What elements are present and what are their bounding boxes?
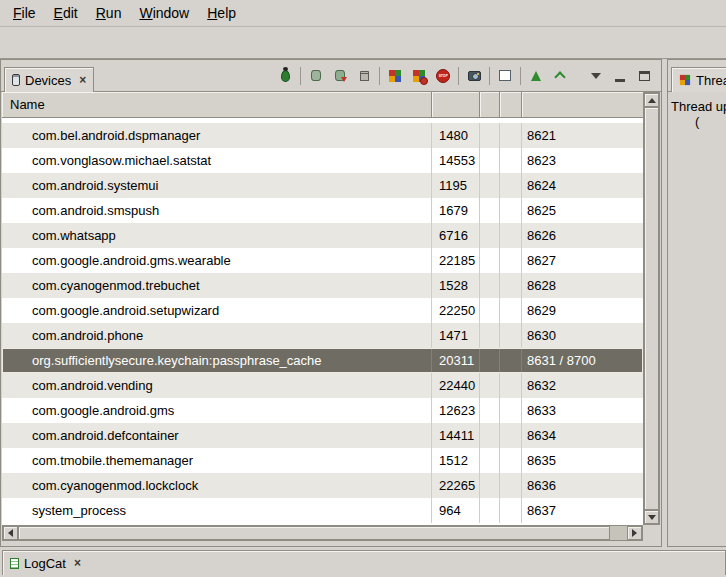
process-name-cell: com.tmobile.thememanager (2, 448, 432, 473)
pid-cell: 1679 (432, 198, 480, 223)
threads-message-line1: Thread up (671, 99, 726, 114)
port-cell: 8629 (522, 298, 643, 323)
stop-process-icon[interactable]: STOP (431, 65, 455, 87)
view-hierarchy-icon[interactable] (524, 65, 548, 87)
vertical-scrollbar[interactable] (643, 92, 660, 525)
status-cell (500, 498, 522, 523)
status-cell (480, 348, 500, 373)
process-name-cell: com.google.android.gms (2, 398, 432, 423)
process-row[interactable]: com.whatsapp67168626 (2, 223, 643, 248)
scroll-right-button[interactable] (627, 526, 642, 540)
view-menu-icon[interactable] (584, 65, 608, 87)
process-row[interactable]: com.cyanogenmod.trebuchet15288628 (2, 273, 643, 298)
table-header: Name (2, 92, 643, 118)
scroll-up-button[interactable] (644, 93, 659, 107)
pid-cell: 1512 (432, 448, 480, 473)
scroll-down-button[interactable] (644, 510, 659, 524)
screen-capture-icon[interactable] (462, 65, 486, 87)
menu-run[interactable]: Run (87, 2, 131, 24)
maximize-icon[interactable] (632, 65, 656, 87)
pid-cell: 22440 (432, 373, 480, 398)
process-name-cell: com.whatsapp (2, 223, 432, 248)
port-cell: 8634 (522, 423, 643, 448)
main-toolbar (0, 26, 726, 59)
process-row[interactable]: com.vonglasow.michael.satstat145538623 (2, 148, 643, 173)
scroll-left-button[interactable] (3, 526, 18, 540)
process-row[interactable]: com.android.smspush16798625 (2, 198, 643, 223)
column-header-name[interactable]: Name (2, 92, 432, 117)
debug-process-icon[interactable] (273, 65, 297, 87)
vertical-scroll-thumb[interactable] (644, 107, 659, 510)
pid-cell: 1195 (432, 173, 480, 198)
process-row[interactable]: com.cyanogenmod.lockclock222658636 (2, 473, 643, 498)
threads-message-line2: ( (671, 114, 726, 129)
system-info-icon[interactable] (493, 65, 517, 87)
devices-view: Devices × STOP (0, 59, 662, 547)
process-name-cell: com.android.defcontainer (2, 423, 432, 448)
devices-tabbar: Devices × STOP (1, 60, 661, 92)
status-cell (500, 148, 522, 173)
port-cell: 8624 (522, 173, 643, 198)
column-header-col3[interactable] (500, 92, 522, 117)
up-arrow-icon (648, 98, 656, 103)
status-cell (500, 373, 522, 398)
process-row[interactable]: com.android.vending224408632 (2, 373, 643, 398)
pid-cell: 964 (432, 498, 480, 523)
method-profiling-icon[interactable] (407, 65, 431, 87)
toolbar-separator (458, 67, 459, 85)
status-cell (500, 298, 522, 323)
process-row[interactable]: com.google.android.gms126238633 (2, 398, 643, 423)
device-table-content: Name com.bel.android.dspmanager14808621c… (2, 92, 643, 525)
column-header-col1[interactable] (432, 92, 480, 117)
update-heap-icon[interactable] (304, 65, 328, 87)
column-header-col2[interactable] (480, 92, 500, 117)
device-table: Name com.bel.android.dspmanager14808621c… (2, 92, 660, 545)
status-cell (500, 173, 522, 198)
process-row[interactable]: com.android.phone14718630 (2, 323, 643, 348)
close-icon[interactable]: × (79, 73, 86, 87)
devices-toolbar: STOP (273, 60, 661, 91)
port-cell: 8628 (522, 273, 643, 298)
process-name-cell: com.bel.android.dspmanager (2, 123, 432, 148)
process-row-selected[interactable]: org.sufficientlysecure.keychain:passphra… (2, 348, 643, 373)
update-threads-icon[interactable] (383, 65, 407, 87)
pid-cell: 20311 (432, 348, 480, 373)
menu-file[interactable]: File (4, 2, 45, 24)
ui-automator-icon[interactable] (548, 65, 572, 87)
process-row[interactable]: com.android.defcontainer144118634 (2, 423, 643, 448)
scrollbar-corner (643, 525, 660, 541)
process-row[interactable]: com.google.android.setupwizard222508629 (2, 298, 643, 323)
process-row[interactable]: com.android.systemui11958624 (2, 173, 643, 198)
minimize-icon[interactable] (608, 65, 632, 87)
pid-cell: 22185 (432, 248, 480, 273)
process-row[interactable]: system_process9648637 (2, 498, 643, 523)
port-cell: 8630 (522, 323, 643, 348)
pid-cell: 1528 (432, 273, 480, 298)
menu-window[interactable]: Window (130, 2, 198, 24)
menu-help[interactable]: Help (198, 2, 245, 24)
process-row[interactable]: com.google.android.gms.wearable221858627 (2, 248, 643, 273)
dump-hprof-icon[interactable] (328, 65, 352, 87)
process-row[interactable]: com.tmobile.thememanager15128635 (2, 448, 643, 473)
main-area: Devices × STOP (0, 59, 726, 547)
menu-edit[interactable]: Edit (45, 2, 87, 24)
horizontal-scrollbar[interactable] (2, 525, 643, 541)
process-name-cell: com.android.smspush (2, 198, 432, 223)
horizontal-scroll-thumb[interactable] (18, 526, 610, 540)
tab-devices[interactable]: Devices × (4, 67, 94, 92)
status-cell (500, 248, 522, 273)
status-cell (480, 248, 500, 273)
port-cell: 8625 (522, 198, 643, 223)
threads-tabbar: Threa (668, 60, 726, 92)
cause-gc-icon[interactable] (352, 65, 376, 87)
process-row[interactable]: com.bel.android.dspmanager14808621 (2, 123, 643, 148)
device-process-list: com.bel.android.dspmanager14808621com.vo… (2, 123, 643, 523)
status-cell (500, 198, 522, 223)
column-header-col4[interactable] (522, 92, 643, 117)
pid-cell: 22250 (432, 298, 480, 323)
close-icon[interactable]: × (74, 556, 81, 570)
tab-logcat[interactable]: LogCat × (2, 550, 726, 575)
tab-threads[interactable]: Threa (671, 67, 726, 92)
process-name-cell: com.cyanogenmod.trebuchet (2, 273, 432, 298)
status-cell (500, 223, 522, 248)
